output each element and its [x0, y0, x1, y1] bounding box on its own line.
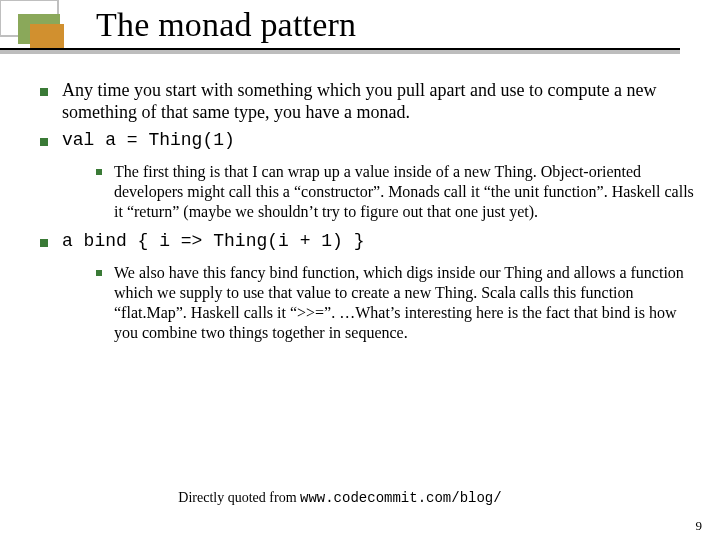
- bullet-text: a bind { i => Thing(i + 1) }: [62, 231, 696, 253]
- bullet-text: val a = Thing(1): [62, 130, 696, 152]
- title-underline-shadow: [0, 50, 680, 54]
- square-bullet-icon: [96, 169, 102, 175]
- sub-bullet-text: We also have this fancy bind function, w…: [114, 263, 696, 342]
- credit-line: Directly quoted from www.codecommit.com/…: [0, 490, 680, 506]
- square-bullet-icon: [40, 138, 48, 146]
- page-number: 9: [696, 518, 703, 534]
- sub-bullet-text: The first thing is that I can wrap up a …: [114, 162, 696, 221]
- square-bullet-icon: [40, 88, 48, 96]
- credit-prefix: Directly quoted from: [178, 490, 300, 505]
- page-title: The monad pattern: [96, 6, 356, 43]
- sub-bullet-item: We also have this fancy bind function, w…: [96, 263, 696, 342]
- sub-bullet-item: The first thing is that I can wrap up a …: [96, 162, 696, 221]
- square-bullet-icon: [96, 270, 102, 276]
- bullet-item: Any time you start with something which …: [40, 80, 696, 124]
- bullet-text: Any time you start with something which …: [62, 80, 696, 124]
- square-bullet-icon: [40, 239, 48, 247]
- credit-source: www.codecommit.com/blog/: [300, 490, 502, 506]
- bullet-item: val a = Thing(1): [40, 130, 696, 152]
- slide-content: Any time you start with something which …: [40, 76, 696, 353]
- bullet-item: a bind { i => Thing(i + 1) }: [40, 231, 696, 253]
